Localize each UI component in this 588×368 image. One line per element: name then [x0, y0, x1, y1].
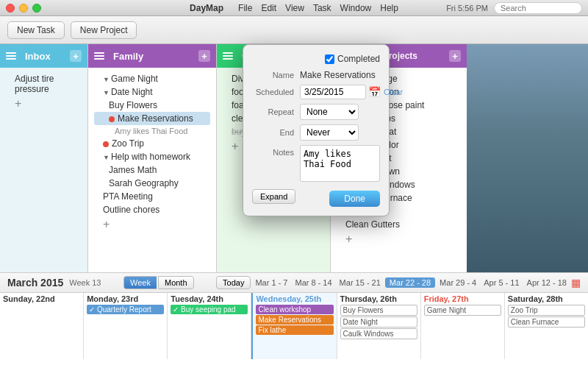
menu-bar: DayMap File Edit View Task Window Help [190, 3, 398, 13]
range-mar29[interactable]: Mar 29 - 4 [437, 277, 479, 288]
time-display: Fri 5:56 PM [446, 4, 488, 13]
repeat-label: Repeat [252, 107, 300, 116]
done-button[interactable]: Done [329, 191, 380, 207]
task-game-night[interactable]: ▼Game Night [94, 72, 210, 85]
modal-header: Completed [252, 54, 380, 64]
menu-help[interactable]: Help [380, 3, 398, 13]
cal-day-sat: Saturday, 28th Zoo Trip Clean Furnace [505, 293, 588, 359]
cal-event-caulk-windows[interactable]: Caulk Windows [340, 328, 417, 339]
range-apr5[interactable]: Apr 5 - 11 [481, 277, 522, 288]
day-header-fri: Friday, 27th [424, 294, 501, 303]
task-sarah-geo[interactable]: Sarah Geography [94, 177, 210, 190]
end-label: End [252, 128, 300, 137]
completed-checkbox[interactable] [325, 54, 334, 64]
month-button[interactable]: Month [158, 276, 194, 289]
inbox-column: Inbox + Adjust tire pressure + [0, 44, 88, 272]
minimize-button[interactable] [19, 4, 28, 13]
expand-button[interactable]: Expand [252, 189, 295, 204]
modal-name-row: Name Make Reservations [252, 70, 380, 80]
inbox-add-icon[interactable]: + [70, 50, 82, 62]
task-date-night[interactable]: ▼Date Night [94, 85, 210, 99]
task-outline-chores[interactable]: Outline chores [94, 203, 210, 216]
cal-event-seeping[interactable]: ✓ Buy seeping pad [171, 305, 248, 314]
task-adjust-tire[interactable]: Adjust tire pressure [6, 72, 82, 96]
cal-event-game-night[interactable]: Game Night [424, 305, 501, 316]
task-make-reservations[interactable]: Make Reservations [94, 112, 210, 125]
today-button[interactable]: Today [216, 276, 251, 289]
completed-checkbox-row[interactable]: Completed [325, 54, 380, 64]
menu-edit[interactable]: Edit [261, 3, 276, 13]
calendar-section: March 2015 Week 13 Week Month Today Mar … [0, 272, 588, 368]
calendar-week-label: Week 13 [69, 278, 101, 287]
home-add-icon[interactable]: + [449, 50, 461, 62]
camping-menu-icon[interactable] [223, 52, 233, 60]
family-add-icon[interactable]: + [198, 50, 210, 62]
menu-window[interactable]: Window [340, 3, 372, 13]
calendar-grid-icon[interactable]: ▦ [571, 277, 581, 289]
notes-label: Notes [252, 148, 300, 157]
day-header-mon: Monday, 23rd [87, 294, 164, 303]
scheduled-input[interactable] [300, 85, 366, 99]
new-task-button[interactable]: New Task [7, 21, 65, 39]
name-label: Name [252, 71, 300, 79]
calendar-header: March 2015 Week 13 Week Month Today Mar … [0, 273, 588, 293]
day-header-sat: Saturday, 28th [508, 294, 585, 303]
cal-day-tue: Tuesday, 24th ✓ Buy seeping pad [168, 293, 251, 359]
menu-task[interactable]: Task [313, 3, 331, 13]
day-header-wed: Wednesday, 25th [256, 294, 333, 303]
maximize-button[interactable] [32, 4, 41, 13]
cal-event-workshop[interactable]: Clean workshop [256, 305, 333, 314]
task-pta-meeting[interactable]: PTA Meeting [94, 190, 210, 203]
inbox-header: Inbox + [0, 44, 87, 68]
cal-event-lathe[interactable]: Fix lathe [256, 325, 333, 335]
end-select[interactable]: Never On Date [300, 124, 359, 141]
inbox-add-task[interactable]: + [6, 96, 82, 112]
range-mar8[interactable]: Mar 8 - 14 [292, 277, 334, 288]
task-clean-gutters[interactable]: Clean Gutters [337, 218, 461, 231]
cal-event-zoo-trip[interactable]: Zoo Trip [508, 305, 585, 316]
cal-day-sun: Sunday, 22nd [0, 293, 84, 359]
toolbar: New Task New Project [0, 16, 588, 44]
task-james-math[interactable]: James Math [94, 163, 210, 177]
range-apr12[interactable]: Apr 12 - 18 [524, 277, 570, 288]
cal-event-reservations[interactable]: Make Reservations [256, 315, 333, 325]
task-buy-flowers[interactable]: Buy Flowers [94, 99, 210, 112]
cal-event-quarterly[interactable]: ✓ Quarterly Report [87, 305, 164, 314]
repeat-select[interactable]: None Daily Weekly [300, 104, 359, 120]
completed-label: Completed [337, 54, 380, 64]
day-header-thu: Thursday, 26th [340, 294, 417, 303]
calendar-title: March 2015 [7, 277, 63, 289]
cal-event-clean-furnace[interactable]: Clean Furnace [508, 316, 585, 328]
inbox-menu-icon[interactable] [6, 52, 16, 60]
inbox-body: Adjust tire pressure + [0, 68, 87, 272]
calendar-picker-icon[interactable]: 📅 [368, 86, 381, 98]
menu-view[interactable]: View [285, 3, 304, 13]
app-name: DayMap [190, 3, 223, 13]
day-header-sun: Sunday, 22nd [3, 294, 80, 303]
modal-notes-row: Notes Amy likes Thai Food [252, 145, 380, 182]
title-bar-right: Fri 5:56 PM [446, 2, 582, 14]
home-add-task[interactable]: + [337, 231, 461, 247]
task-zoo-trip[interactable]: Zoo Trip [94, 137, 210, 150]
clear-date-button[interactable]: Clear [384, 88, 403, 96]
cal-day-mon: Monday, 23rd ✓ Quarterly Report [84, 293, 168, 359]
range-mar15[interactable]: Mar 15 - 21 [337, 277, 384, 288]
cal-event-buy-flowers[interactable]: Buy Flowers [340, 305, 417, 316]
family-menu-icon[interactable] [94, 52, 104, 60]
close-button[interactable] [6, 4, 15, 13]
week-month-toggle: Week Month [123, 276, 194, 289]
task-help-homework[interactable]: ▼Help with homework [94, 150, 210, 163]
week-button[interactable]: Week [123, 276, 157, 289]
cal-day-fri: Friday, 27th Game Night [421, 293, 505, 359]
inbox-title: Inbox [25, 51, 51, 62]
background-area [467, 44, 588, 272]
calendar-days: Sunday, 22nd Monday, 23rd ✓ Quarterly Re… [0, 293, 588, 359]
search-input[interactable] [494, 2, 582, 14]
notes-textarea[interactable]: Amy likes Thai Food [300, 145, 380, 182]
cal-event-date-night[interactable]: Date Night [340, 316, 417, 328]
family-add-task[interactable]: + [94, 216, 210, 233]
range-mar1[interactable]: Mar 1 - 7 [252, 277, 290, 288]
menu-file[interactable]: File [238, 3, 252, 13]
new-project-button[interactable]: New Project [71, 21, 137, 39]
range-mar22[interactable]: Mar 22 - 28 [385, 277, 435, 288]
